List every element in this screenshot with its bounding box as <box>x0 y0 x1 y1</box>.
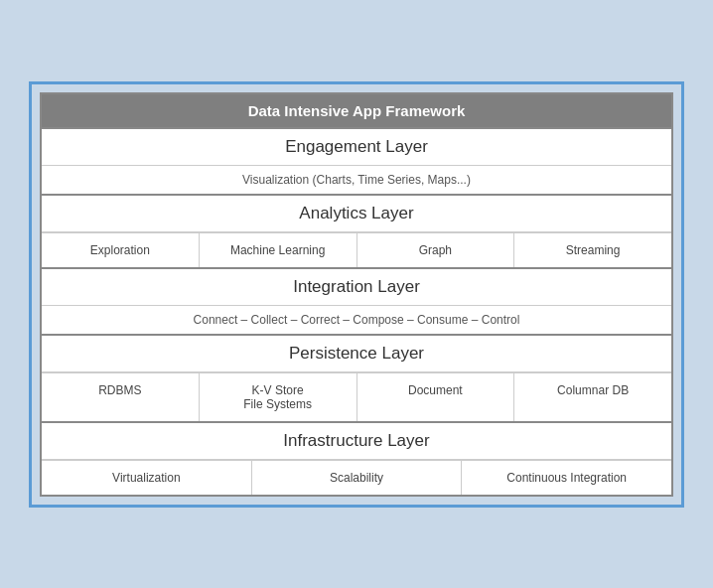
persistence-cell-columnar: Columnar DB <box>514 373 671 421</box>
engagement-layer-section: Engagement Layer Visualization (Charts, … <box>42 129 671 196</box>
infrastructure-cell-scalability: Scalability <box>252 461 463 495</box>
framework-title: Data Intensive App Framework <box>42 94 671 129</box>
infrastructure-cell-continuous-integration: Continuous Integration <box>462 461 671 495</box>
infrastructure-layer-title: Infrastructure Layer <box>42 423 671 460</box>
infrastructure-layer-section: Infrastructure Layer Virtualization Scal… <box>42 423 671 495</box>
analytics-cell-exploration: Exploration <box>42 233 200 267</box>
engagement-layer-title: Engagement Layer <box>42 129 671 166</box>
analytics-cell-graph: Graph <box>357 233 515 267</box>
analytics-layer-title: Analytics Layer <box>42 196 671 232</box>
integration-layer-section: Integration Layer Connect – Collect – Co… <box>42 269 671 336</box>
integration-layer-title: Integration Layer <box>42 269 671 306</box>
persistence-layer-section: Persistence Layer RDBMS K-V StoreFile Sy… <box>42 336 671 423</box>
persistence-layer-cells: RDBMS K-V StoreFile Systems Document Col… <box>42 372 671 421</box>
analytics-cell-machine-learning: Machine Learning <box>200 233 357 267</box>
persistence-cell-document: Document <box>357 373 515 421</box>
framework-box: Data Intensive App Framework Engagement … <box>40 92 673 497</box>
persistence-cell-rdbms: RDBMS <box>42 373 200 421</box>
integration-layer-subtitle: Connect – Collect – Correct – Compose – … <box>42 306 671 334</box>
analytics-layer-section: Analytics Layer Exploration Machine Lear… <box>42 196 671 269</box>
infrastructure-cell-virtualization: Virtualization <box>42 461 252 495</box>
outer-frame: Data Intensive App Framework Engagement … <box>29 81 684 508</box>
analytics-cell-streaming: Streaming <box>514 233 671 267</box>
persistence-layer-title: Persistence Layer <box>42 336 671 372</box>
engagement-layer-subtitle: Visualization (Charts, Time Series, Maps… <box>42 166 671 194</box>
analytics-layer-cells: Exploration Machine Learning Graph Strea… <box>42 232 671 267</box>
infrastructure-layer-cells: Virtualization Scalability Continuous In… <box>42 460 671 495</box>
persistence-cell-kv-store: K-V StoreFile Systems <box>200 373 357 421</box>
